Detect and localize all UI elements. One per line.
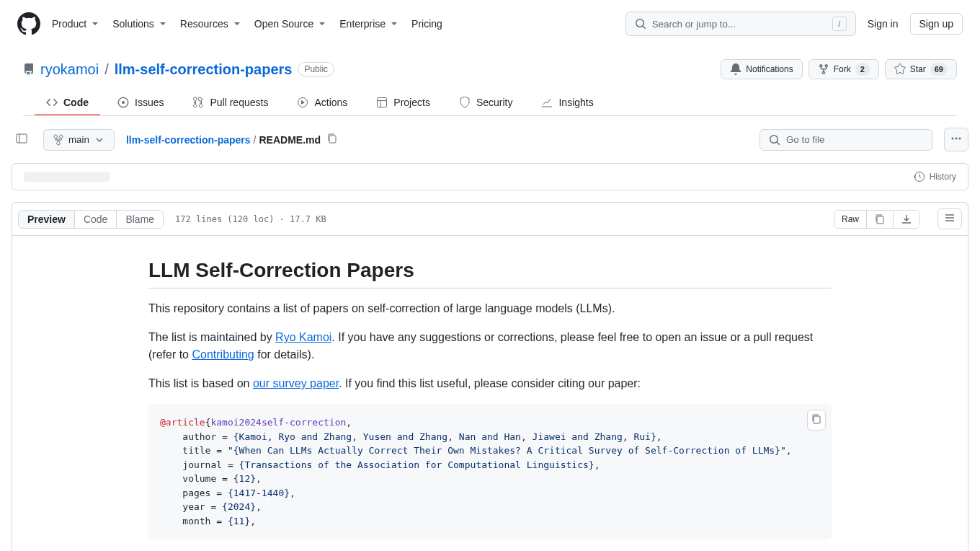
copy-icon	[811, 413, 822, 425]
maintainer-link[interactable]: Ryo Kamoi	[275, 331, 331, 343]
fork-button[interactable]: Fork 2	[808, 59, 879, 79]
repo-name-link[interactable]: llm-self-correction-papers	[115, 61, 293, 78]
readme-maintained: The list is maintained by Ryo Kamoi. If …	[148, 329, 832, 363]
copy-path-button[interactable]	[324, 130, 341, 149]
svg-rect-11	[877, 216, 883, 224]
repo-actions: Notifications Fork 2 Star 69	[721, 59, 957, 79]
svg-point-0	[122, 101, 125, 104]
nav-enterprise[interactable]: Enterprise	[339, 18, 400, 30]
nav-opensource[interactable]: Open Source	[254, 18, 329, 30]
nav-pricing[interactable]: Pricing	[411, 18, 442, 30]
tab-insights[interactable]: Insights	[530, 91, 605, 115]
chevron-down-icon	[157, 18, 169, 30]
side-panel-toggle[interactable]	[12, 128, 32, 151]
breadcrumb-root[interactable]: llm-self-correction-papers	[126, 134, 251, 146]
star-button[interactable]: Star 69	[885, 59, 957, 79]
contributing-link[interactable]: Contributing	[192, 348, 254, 361]
raw-toolbar-group: Raw	[834, 210, 920, 229]
code-tab[interactable]: Code	[75, 211, 116, 228]
bibtex-block: @article{kamoi2024self-correction, autho…	[148, 404, 832, 539]
chevron-down-icon	[89, 18, 101, 30]
svg-rect-12	[814, 416, 820, 423]
copy-code-button[interactable]	[807, 410, 826, 431]
search-icon	[769, 134, 780, 146]
sign-up-button[interactable]: Sign up	[910, 13, 963, 35]
readme-title: LLM Self-Correction Papers	[148, 259, 832, 288]
kebab-icon	[950, 133, 962, 144]
shield-icon	[459, 97, 471, 108]
issues-icon	[117, 97, 129, 108]
repo-separator: /	[104, 61, 109, 78]
nav-product[interactable]: Product	[52, 18, 101, 30]
chevron-down-icon	[94, 134, 105, 146]
chevron-down-icon	[316, 18, 328, 30]
graph-icon	[541, 97, 553, 108]
tab-security[interactable]: Security	[447, 91, 525, 115]
survey-paper-link[interactable]: our survey paper	[253, 377, 339, 389]
readme-intro: This repository contains a list of paper…	[148, 300, 832, 317]
readme-basedon: This list is based on our survey paper. …	[148, 375, 832, 392]
outline-button[interactable]	[937, 208, 962, 229]
file-card: Preview Code Blame 172 lines (120 loc) ·…	[12, 202, 968, 551]
notifications-button[interactable]: Notifications	[721, 59, 802, 79]
breadcrumb: llm-self-correction-papers / README.md	[126, 130, 341, 149]
history-icon	[914, 171, 925, 182]
nav-solutions[interactable]: Solutions	[112, 18, 169, 30]
more-options-button[interactable]	[944, 128, 968, 151]
svg-rect-5	[17, 134, 27, 143]
star-count: 69	[930, 63, 948, 76]
download-raw-button[interactable]	[893, 211, 919, 228]
list-icon	[944, 212, 956, 224]
chevron-down-icon	[231, 18, 243, 30]
raw-button[interactable]: Raw	[834, 211, 866, 228]
nav-resources[interactable]: Resources	[180, 18, 243, 30]
branch-selector[interactable]: main	[43, 129, 115, 151]
repo-owner-link[interactable]: ryokamoi	[40, 61, 99, 78]
star-icon	[894, 63, 906, 75]
search-button[interactable]: Search or jump to... /	[625, 12, 856, 36]
svg-point-8	[952, 138, 954, 140]
blame-tab[interactable]: Blame	[117, 211, 163, 228]
view-toggle: Preview Code Blame	[18, 210, 164, 229]
bell-icon	[730, 63, 741, 75]
file-info: 172 lines (120 loc) · 17.7 KB	[175, 214, 326, 224]
copy-icon	[326, 133, 338, 144]
tab-projects[interactable]: Projects	[365, 91, 442, 115]
header-actions: Search or jump to... / Sign in Sign up	[625, 12, 963, 36]
sidebar-expand-icon	[16, 133, 27, 144]
visibility-badge: Public	[298, 62, 334, 76]
tab-issues[interactable]: Issues	[106, 91, 175, 115]
global-nav: Product Solutions Resources Open Source …	[52, 18, 625, 30]
slash-badge: /	[832, 17, 847, 31]
svg-rect-7	[329, 136, 336, 143]
repo-nav: Code Issues Pull requests Actions Projec…	[23, 91, 957, 116]
chevron-down-icon	[388, 18, 400, 30]
tab-code[interactable]: Code	[35, 91, 100, 115]
commit-bar: History	[12, 163, 968, 190]
bibtex-code: @article{kamoi2024self-correction, autho…	[160, 415, 820, 528]
search-placeholder: Search or jump to...	[652, 19, 827, 30]
projects-icon	[376, 97, 388, 108]
svg-point-10	[959, 138, 961, 140]
commit-loading-placeholder	[24, 172, 110, 182]
github-logo-icon[interactable]	[17, 12, 40, 35]
branch-icon	[53, 134, 64, 146]
code-icon	[46, 97, 58, 108]
repo-icon	[23, 63, 35, 75]
readme-body: LLM Self-Correction Papers This reposito…	[125, 236, 855, 551]
play-icon	[297, 97, 308, 108]
fork-icon	[818, 63, 829, 75]
tab-actions[interactable]: Actions	[285, 91, 359, 115]
history-link[interactable]: History	[914, 171, 956, 182]
tab-pulls[interactable]: Pull requests	[181, 91, 280, 115]
content-wrapper: main llm-self-correction-papers / README…	[0, 116, 980, 551]
gotofile-button[interactable]: Go to file	[760, 129, 932, 151]
global-header: Product Solutions Resources Open Source …	[0, 0, 980, 48]
pr-icon	[192, 97, 204, 108]
sign-in-link[interactable]: Sign in	[868, 18, 899, 30]
file-nav-row: main llm-self-correction-papers / README…	[12, 128, 968, 151]
preview-tab[interactable]: Preview	[19, 211, 74, 228]
copy-raw-button[interactable]	[866, 211, 893, 228]
search-icon	[635, 18, 646, 30]
breadcrumb-current: README.md	[259, 134, 321, 146]
